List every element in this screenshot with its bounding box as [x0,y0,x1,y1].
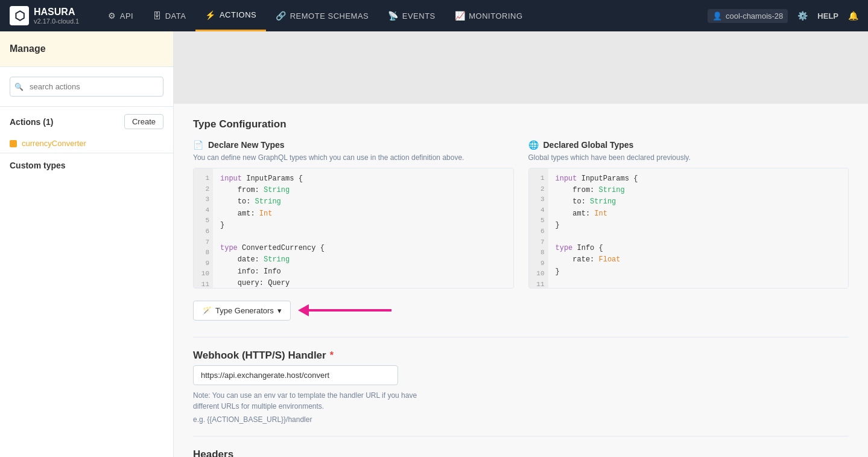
logo-name: HASURA [34,7,79,18]
svg-marker-1 [298,304,309,316]
type-configuration-section: Type Configuration 📄 Declare New Types Y… [193,118,849,322]
main-inner: Type Configuration 📄 Declare New Types Y… [174,104,868,457]
sidebar-manage-label: Manage [0,31,173,67]
sidebar-custom-types[interactable]: Custom types [0,153,173,175]
code-lines-left: 12345 678910 111213 input InputParams { … [194,168,513,289]
declared-global-pane: 🌐 Declared Global Types Global types whi… [528,140,849,289]
declared-global-desc: Global types which have been declared pr… [528,153,849,162]
main-content: Type Configuration 📄 Declare New Types Y… [174,31,868,457]
nav-right: 👤 cool-chamois-28 ⚙️ HELP 🔔 [708,9,858,23]
divider-2 [193,436,849,436]
nav-events[interactable]: 📡 EVENTS [378,0,445,31]
nav-actions[interactable]: ⚡ ACTIONS [195,0,266,31]
sidebar-search-wrap [0,67,173,107]
sidebar-item-currency-converter[interactable]: currencyConverter [0,134,173,153]
globe-icon: 🌐 [528,140,539,150]
type-config-grid: 📄 Declare New Types You can define new G… [193,140,849,289]
logo-version: v2.17.0-cloud.1 [34,18,79,25]
divider-1 [193,337,849,337]
line-numbers-left: 12345 678910 111213 [194,168,213,289]
actions-title: Actions (1) [10,117,53,127]
arrow-container [298,298,394,322]
declare-new-pane: 📄 Declare New Types You can define new G… [193,140,514,289]
user-icon: 👤 [712,11,722,21]
webhook-section: Webhook (HTTP/S) Handler * Note: You can… [193,350,849,424]
declare-new-title: Declare New Types [208,140,285,150]
app-body: Manage Actions (1) Create currencyConver… [0,31,868,457]
user-badge: 👤 cool-chamois-28 [708,9,788,23]
webhook-url-input[interactable] [193,365,398,385]
data-icon: 🗄 [153,11,162,21]
events-icon: 📡 [388,11,399,21]
sidebar-item-label: currencyConverter [22,139,86,148]
notifications-icon[interactable]: 🔔 [848,11,858,21]
item-dot-icon [10,140,17,147]
search-wrap [10,77,163,97]
declare-new-desc: You can define new GraphQL types which y… [193,153,514,162]
user-info[interactable]: 👤 cool-chamois-28 [708,9,788,23]
declared-global-header: 🌐 Declared Global Types [528,140,849,150]
type-config-title: Type Configuration [193,118,849,130]
type-gen-row: 🪄 Type Generators ▾ [193,298,849,322]
nav-monitoring[interactable]: 📈 MONITORING [445,0,533,31]
webhook-note: Note: You can use an env var to template… [193,390,422,412]
declared-global-editor: 12345 678910 111213 input InputParams { … [528,168,849,289]
declare-new-header: 📄 Declare New Types [193,140,514,150]
search-input[interactable] [10,77,163,97]
nav-data[interactable]: 🗄 DATA [143,0,195,31]
type-generators-button[interactable]: 🪄 Type Generators ▾ [193,301,291,321]
monitoring-icon: 📈 [455,11,466,21]
sidebar-actions-header: Actions (1) Create [0,107,173,134]
wand-icon: 🪄 [202,306,212,315]
username: cool-chamois-28 [726,11,783,21]
top-nav: ⬡ HASURA v2.17.0-cloud.1 ⚙ API 🗄 DATA ⚡ … [0,0,868,31]
logo-icon: ⬡ [10,6,29,25]
required-star: * [330,350,334,361]
type-gen-label: Type Generators [215,306,274,315]
settings-icon[interactable]: ⚙️ [797,11,808,21]
remote-schemas-icon: 🔗 [276,11,287,21]
chevron-down-icon: ▾ [277,306,282,315]
headers-title: Headers [193,449,849,457]
declared-global-title: Declared Global Types [543,140,634,150]
help-link[interactable]: HELP [817,11,838,21]
create-button[interactable]: Create [124,114,163,129]
webhook-title: Webhook (HTTP/S) Handler * [193,350,849,362]
actions-icon: ⚡ [205,10,216,20]
code-lines-right: 12345 678910 111213 input InputParams { … [529,168,849,289]
pink-arrow-svg [298,298,394,322]
declare-doc-icon: 📄 [193,140,203,150]
nav-remote-schemas[interactable]: 🔗 REMOTE SCHEMAS [266,0,378,31]
code-content-right: input InputParams { from: String to: Str… [548,168,849,289]
top-gray-area [174,31,868,104]
headers-section: Headers Headers Hasura will send to the … [193,449,849,457]
code-content-left: input InputParams { from: String to: Str… [213,168,513,289]
logo-area: ⬡ HASURA v2.17.0-cloud.1 [10,6,79,25]
line-numbers-right: 12345 678910 111213 [529,168,548,289]
sidebar: Manage Actions (1) Create currencyConver… [0,31,174,457]
api-icon: ⚙ [108,11,116,21]
nav-api[interactable]: ⚙ API [98,0,143,31]
webhook-example: e.g. {{ACTION_BASE_URL}}/handler [193,415,849,424]
webhook-title-text: Webhook (HTTP/S) Handler [193,350,326,362]
declare-new-editor[interactable]: 12345 678910 111213 input InputParams { … [193,168,514,289]
nav-items: ⚙ API 🗄 DATA ⚡ ACTIONS 🔗 REMOTE SCHEMAS … [98,0,708,31]
